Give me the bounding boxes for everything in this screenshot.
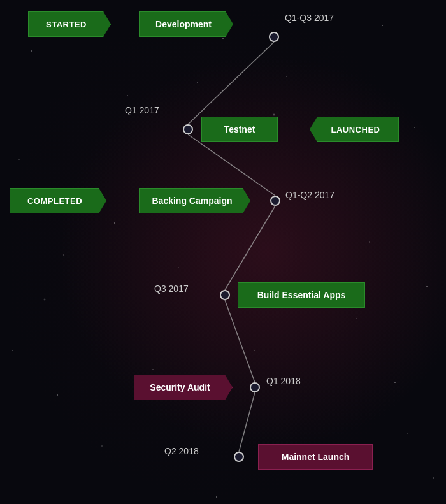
started-label: STARTED [46,20,87,29]
backing-campaign-box: Backing Campaign [139,188,250,213]
testnet-label: Testnet [224,124,255,134]
q2-2018-label: Q2 2018 [164,446,199,456]
completed-label: COMPLETED [27,196,82,206]
q1-2017-label: Q1 2017 [125,105,159,115]
started-badge: STARTED [28,11,111,37]
q1q3-2017-label: Q1-Q3 2017 [285,13,334,23]
build-essential-apps-box: Build Essential Apps [238,282,365,308]
timeline-container: STARTED Development Q1-Q3 2017 Q1 2017 T… [0,0,446,504]
dot-security [250,382,260,392]
mainnet-launch-box: Mainnet Launch [258,444,373,470]
q1-2018-label: Q1 2018 [266,376,301,386]
dot-build-apps [220,290,230,300]
launched-badge: LAUNCHED [310,117,399,142]
build-essential-apps-label: Build Essential Apps [257,290,346,300]
q3-2017-label: Q3 2017 [154,284,189,294]
completed-badge: COMPLETED [10,188,106,213]
launched-label: LAUNCHED [331,125,380,134]
development-box: Development [139,11,233,37]
dot-mainnet [234,452,244,462]
backing-campaign-label: Backing Campaign [152,196,232,206]
mainnet-launch-label: Mainnet Launch [282,452,350,462]
q1q2-2017-label: Q1-Q2 2017 [285,190,334,200]
security-audit-label: Security Audit [150,382,210,392]
development-label: Development [155,19,212,29]
security-audit-badge: Security Audit [134,375,233,400]
dot-backing [270,196,280,206]
dot-testnet [183,124,193,134]
testnet-box: Testnet [201,117,278,142]
dot-development [269,32,279,42]
